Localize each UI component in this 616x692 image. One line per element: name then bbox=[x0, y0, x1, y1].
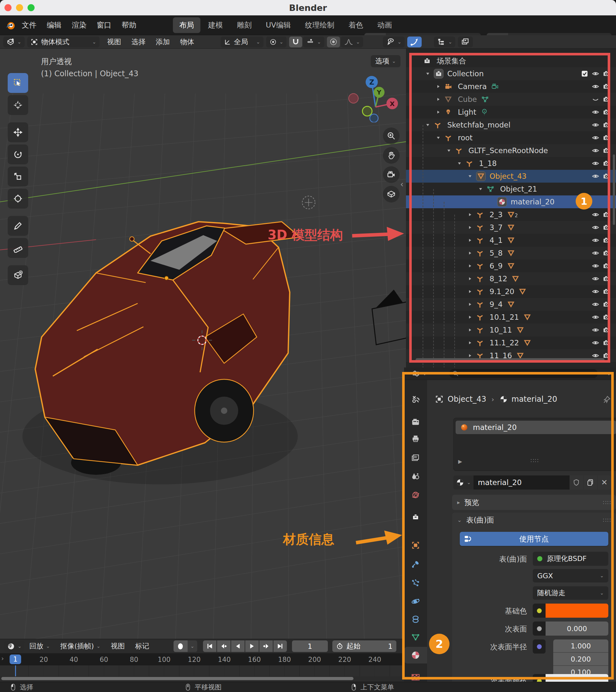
current-frame-marker[interactable]: 1 bbox=[9, 654, 21, 664]
workspace-tab-6[interactable]: 动画 bbox=[371, 17, 399, 33]
hide-viewport-eye-icon[interactable] bbox=[592, 121, 599, 129]
properties-editor-type-button[interactable]: ⌄ bbox=[412, 370, 427, 378]
radius-socket[interactable] bbox=[533, 639, 546, 654]
unlink-material-icon[interactable]: ✕ bbox=[598, 476, 611, 489]
topbar-menu-2[interactable]: 渲染 bbox=[67, 18, 92, 33]
outliner-row[interactable]: 8_12 bbox=[406, 272, 616, 285]
disable-render-camera-icon[interactable] bbox=[602, 224, 610, 231]
topbar-menu-3[interactable]: 窗口 bbox=[92, 18, 116, 33]
sss-method-dropdown[interactable]: 随机游走⌄ bbox=[533, 586, 608, 600]
outliner-row[interactable]: 2_32 bbox=[406, 208, 616, 221]
expander-icon[interactable] bbox=[435, 135, 441, 141]
sss-color-swatch[interactable] bbox=[546, 674, 608, 682]
hide-viewport-eye-icon[interactable] bbox=[592, 288, 599, 295]
properties-tab-particles[interactable] bbox=[404, 575, 427, 591]
editor-type-button[interactable]: ⌄ bbox=[3, 37, 25, 47]
hide-viewport-eye-icon[interactable] bbox=[592, 339, 599, 347]
hide-viewport-eye-icon[interactable] bbox=[592, 160, 599, 167]
marker-menu[interactable]: 标记 bbox=[130, 642, 154, 651]
expander-icon[interactable] bbox=[435, 97, 441, 102]
base-color-socket[interactable] bbox=[533, 604, 546, 618]
hide-viewport-eye-icon[interactable] bbox=[592, 249, 599, 257]
expander-icon[interactable] bbox=[467, 340, 473, 346]
topbar-menu-4[interactable]: 帮助 bbox=[116, 18, 141, 33]
properties-tab-material[interactable] bbox=[404, 647, 427, 664]
outliner-row[interactable]: 11.1_22 bbox=[406, 336, 616, 349]
slot-grip[interactable]: ∷∷ bbox=[530, 457, 539, 464]
properties-tab-scene[interactable] bbox=[404, 468, 427, 484]
gizmo-toggle[interactable] bbox=[407, 37, 422, 47]
outliner-row[interactable]: Camera bbox=[406, 80, 616, 93]
expander-icon[interactable] bbox=[467, 353, 473, 358]
properties-tab-collection[interactable] bbox=[404, 509, 427, 525]
disable-render-camera-icon[interactable] bbox=[602, 275, 610, 282]
preview-panel-header[interactable]: ▸预览 ∷∷ bbox=[452, 495, 616, 510]
expander-icon[interactable] bbox=[446, 148, 452, 153]
properties-tab-modifier[interactable] bbox=[404, 556, 427, 572]
subsurface-socket[interactable] bbox=[533, 622, 546, 636]
outliner-row[interactable]: 9_4 bbox=[406, 298, 616, 311]
falloff-dropdown[interactable]: ⌄ bbox=[340, 37, 364, 47]
tool-measure[interactable] bbox=[8, 238, 28, 258]
properties-tab-world[interactable] bbox=[404, 487, 427, 503]
outliner-row[interactable]: 3_7 bbox=[406, 221, 616, 234]
base-color-swatch[interactable] bbox=[546, 604, 608, 618]
surface-panel-header[interactable]: ⌄表(曲)面 ∷∷ bbox=[452, 512, 616, 527]
frame-start-field[interactable]: 起始 1 bbox=[332, 641, 396, 652]
disable-render-camera-icon[interactable] bbox=[602, 96, 610, 103]
expander-icon[interactable] bbox=[435, 109, 441, 115]
outliner-row[interactable]: Collection bbox=[406, 67, 616, 80]
properties-tab-tool[interactable] bbox=[404, 391, 427, 407]
playhead-line[interactable] bbox=[15, 665, 16, 676]
material-slot-item[interactable]: material_20 bbox=[456, 421, 616, 434]
hide-viewport-eye-icon[interactable] bbox=[592, 224, 599, 231]
expander-icon[interactable] bbox=[467, 250, 473, 256]
expander-icon[interactable] bbox=[457, 161, 462, 166]
sss-color-socket[interactable] bbox=[533, 674, 546, 682]
expander-icon[interactable] bbox=[478, 186, 483, 192]
camera-view-button[interactable] bbox=[383, 166, 400, 183]
hide-viewport-eye-icon[interactable] bbox=[592, 134, 599, 142]
properties-tab-render[interactable] bbox=[404, 414, 427, 431]
pivot-dropdown[interactable]: ⌄ bbox=[266, 37, 287, 47]
timeline-view-menu[interactable]: 视图 bbox=[106, 642, 130, 651]
disable-render-camera-icon[interactable] bbox=[602, 134, 610, 142]
tool-select-box[interactable] bbox=[8, 73, 28, 93]
outliner-row[interactable]: Sketchfab_model bbox=[406, 119, 616, 131]
outliner-row[interactable]: Light bbox=[406, 106, 616, 119]
outliner-row[interactable]: 5_8 bbox=[406, 247, 616, 259]
distribution-dropdown[interactable]: GGX⌄ bbox=[533, 569, 608, 583]
timeline-scrollbar[interactable] bbox=[1, 677, 353, 680]
breadcrumb-object[interactable]: Object_43 bbox=[447, 395, 486, 404]
jump-to-start-button[interactable] bbox=[203, 641, 216, 652]
material-slot-list[interactable]: material_20 ▶ ∷∷ bbox=[453, 418, 616, 471]
expander-icon[interactable] bbox=[467, 301, 473, 307]
proportional-edit-toggle[interactable] bbox=[327, 37, 340, 47]
hide-viewport-eye-icon[interactable] bbox=[592, 262, 599, 270]
properties-search-input[interactable] bbox=[449, 369, 598, 378]
blender-logo-icon[interactable] bbox=[4, 20, 17, 31]
outliner-row[interactable]: Object_43 bbox=[406, 170, 616, 183]
hide-viewport-eye-icon[interactable] bbox=[592, 236, 599, 244]
outliner-filter-icon[interactable] bbox=[458, 37, 473, 47]
radius-y-field[interactable]: 0.200 bbox=[553, 653, 608, 665]
viewport-menu-0[interactable]: 视图 bbox=[102, 37, 127, 47]
properties-tab-viewlayer[interactable] bbox=[404, 449, 427, 466]
expander-icon[interactable] bbox=[467, 289, 473, 294]
expander-icon[interactable] bbox=[425, 122, 431, 128]
prev-keyframe-button[interactable] bbox=[217, 641, 230, 652]
pan-hand-button[interactable] bbox=[383, 147, 400, 164]
timeline-channel-area[interactable] bbox=[0, 665, 404, 676]
tool-add-cube[interactable] bbox=[8, 265, 28, 285]
disable-render-camera-icon[interactable] bbox=[602, 236, 610, 244]
properties-tab-output[interactable] bbox=[404, 430, 427, 447]
workspace-tab-3[interactable]: UV编辑 bbox=[259, 17, 298, 33]
3d-viewport[interactable]: 用户透视 (1) Collection | Object_43 选项⌄ Z Y … bbox=[0, 49, 411, 639]
hide-viewport-eye-icon[interactable] bbox=[592, 70, 599, 78]
hide-viewport-eye-icon[interactable] bbox=[592, 313, 599, 321]
keying-set-dropdown[interactable]: ⌄ bbox=[188, 641, 197, 652]
options-button[interactable]: 选项⌄ bbox=[371, 55, 400, 67]
expander-icon[interactable] bbox=[467, 237, 473, 243]
outliner-row[interactable]: GLTF_SceneRootNode bbox=[406, 144, 616, 157]
expander-icon[interactable] bbox=[467, 314, 473, 320]
